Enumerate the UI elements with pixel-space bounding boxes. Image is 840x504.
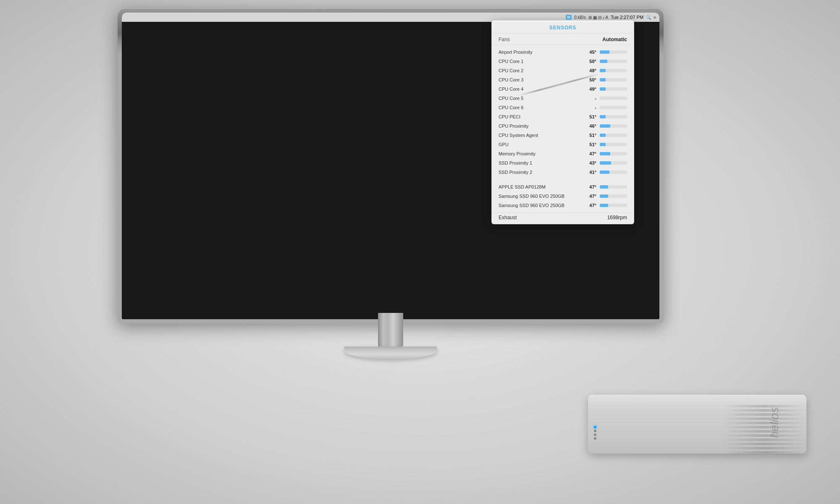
sensor-name: CPU Core 5 bbox=[499, 96, 580, 101]
fans-label: Fans bbox=[499, 37, 510, 42]
menubar-menu-icon[interactable]: ≡ bbox=[654, 15, 656, 20]
sensor-bar-container bbox=[600, 87, 627, 91]
drive-row: Samsung SSD 960 EVO 250GB47° bbox=[492, 201, 634, 210]
sensor-bar-container bbox=[600, 106, 627, 109]
sensor-bar-fill bbox=[600, 143, 606, 146]
sensor-bar-container bbox=[600, 50, 627, 54]
sensor-bar-fill bbox=[600, 115, 606, 118]
menubar-time: Tue 2:27:07 PM bbox=[611, 15, 643, 20]
sensor-temp: 43° bbox=[580, 160, 596, 165]
device-front-panel bbox=[592, 405, 613, 460]
sensor-bar-fill bbox=[600, 50, 609, 54]
imac-stand-neck bbox=[378, 313, 403, 346]
sensor-row: SSD Proximity 143° bbox=[492, 158, 634, 168]
sensor-bar-fill bbox=[600, 87, 606, 91]
sensor-row: CPU Proximity46° bbox=[492, 121, 634, 131]
sensor-temp: 49° bbox=[580, 87, 596, 92]
sensor-temp: 45° bbox=[580, 50, 596, 55]
sensor-row: SSD Proximity 241° bbox=[492, 168, 634, 177]
sensor-name: SSD Proximity 1 bbox=[499, 160, 580, 165]
sensor-row: CPU Core 150° bbox=[492, 57, 634, 66]
drive-bar-container bbox=[600, 194, 627, 198]
menubar-right: N 0 kB/s ⊞ ▦ ⊟ ♪ A Tue 2:27:07 PM 🔍 ≡ bbox=[566, 15, 656, 20]
sensor-temp: 51° bbox=[580, 133, 596, 138]
drive-name: Samsung SSD 960 EVO 250GB bbox=[499, 203, 580, 208]
imac-screen-bezel: N 0 kB/s ⊞ ▦ ⊟ ♪ A Tue 2:27:07 PM 🔍 ≡ SE… bbox=[122, 13, 659, 319]
sensor-row: CPU Core 5- bbox=[492, 94, 634, 103]
sensor-bar-container bbox=[600, 115, 627, 118]
drive-bar-fill bbox=[600, 194, 608, 198]
vent-line bbox=[722, 434, 806, 437]
sensor-temp: 51° bbox=[580, 114, 596, 119]
sensor-bar-fill bbox=[600, 60, 607, 63]
device-brand-label: helios bbox=[767, 407, 781, 438]
vent-line bbox=[722, 447, 806, 449]
sensor-name: CPU System Agent bbox=[499, 133, 580, 138]
sensor-name: CPU Core 2 bbox=[499, 68, 580, 73]
sensor-bar-container bbox=[600, 97, 627, 100]
sensor-bar-fill bbox=[600, 69, 606, 72]
imac-screen-content: N 0 kB/s ⊞ ▦ ⊟ ♪ A Tue 2:27:07 PM 🔍 ≡ SE… bbox=[122, 13, 659, 319]
sensor-bar-fill bbox=[600, 152, 610, 155]
fan-exhaust-label: Exhaust bbox=[499, 215, 517, 220]
device-led-3 bbox=[594, 433, 596, 436]
sensor-name: GPU bbox=[499, 142, 580, 147]
menubar-icon-highlight[interactable]: N bbox=[566, 15, 572, 20]
menubar-search-icon[interactable]: 🔍 bbox=[646, 15, 651, 20]
drive-row: Samsung SSD 960 EVO 250GB47° bbox=[492, 192, 634, 201]
sensor-row: CPU System Agent51° bbox=[492, 131, 634, 140]
sensor-row: CPU Core 449° bbox=[492, 84, 634, 94]
fan-exhaust-rpm: 1698rpm bbox=[607, 215, 627, 220]
device-body: helios bbox=[588, 395, 806, 454]
sensor-row: GPU51° bbox=[492, 140, 634, 149]
sensor-temp: 50° bbox=[580, 59, 596, 64]
drive-temp: 47° bbox=[580, 194, 596, 199]
sensor-name: SSD Proximity 2 bbox=[499, 170, 580, 175]
sensor-temp: - bbox=[580, 105, 596, 110]
sensor-temp: 46° bbox=[580, 123, 596, 129]
sensors-section-drives: APPLE SSD AP0128M47°Samsung SSD 960 EVO … bbox=[492, 180, 634, 213]
sensor-bar-container bbox=[600, 60, 627, 63]
sensor-temp: 47° bbox=[580, 151, 596, 156]
sensor-bar-fill bbox=[600, 78, 606, 81]
vent-line bbox=[722, 438, 806, 441]
sensor-row: CPU Core 248° bbox=[492, 66, 634, 75]
device-vents bbox=[722, 403, 806, 462]
sensor-row: Airport Proximity45° bbox=[492, 47, 634, 57]
sensor-bar-fill bbox=[600, 171, 609, 174]
sensor-name: CPU PECI bbox=[499, 114, 580, 119]
sensor-bar-fill bbox=[600, 124, 610, 128]
vent-line bbox=[722, 443, 806, 445]
vent-line bbox=[722, 417, 806, 420]
sensor-name: Memory Proximity bbox=[499, 151, 580, 156]
sensor-bar-container bbox=[600, 124, 627, 128]
device-led-1 bbox=[594, 426, 596, 428]
sensors-section-main: Airport Proximity45°CPU Core 150°CPU Cor… bbox=[492, 45, 634, 180]
sensor-bar-container bbox=[600, 69, 627, 72]
sensor-bar-container bbox=[600, 161, 627, 165]
vent-line bbox=[722, 422, 806, 424]
imac-display: N 0 kB/s ⊞ ▦ ⊟ ♪ A Tue 2:27:07 PM 🔍 ≡ SE… bbox=[97, 0, 685, 420]
sensors-panel: SENSORS Fans Automatic Airport Proximity… bbox=[491, 20, 634, 224]
sensor-temp: 51° bbox=[580, 142, 596, 147]
drive-bar-fill bbox=[600, 204, 608, 207]
sensor-name: Airport Proximity bbox=[499, 50, 580, 55]
sensor-name: CPU Core 1 bbox=[499, 59, 580, 64]
sensor-bar-container bbox=[600, 134, 627, 137]
vent-line bbox=[722, 405, 806, 407]
sensor-name: CPU Core 6 bbox=[499, 105, 580, 110]
drive-bar-container bbox=[600, 204, 627, 207]
menubar-bandwidth: 0 kB/s bbox=[574, 15, 586, 20]
sensor-temp: - bbox=[580, 96, 596, 101]
vent-line bbox=[722, 409, 806, 412]
sensor-name: CPU Proximity bbox=[499, 123, 580, 129]
vent-line bbox=[722, 451, 806, 454]
sensors-panel-title: SENSORS bbox=[492, 21, 634, 34]
drive-bar-container bbox=[600, 185, 627, 189]
fans-row: Fans Automatic bbox=[492, 34, 634, 45]
drive-name: Samsung SSD 960 EVO 250GB bbox=[499, 194, 580, 199]
sensor-row: CPU PECI51° bbox=[492, 112, 634, 121]
drive-temp: 47° bbox=[580, 203, 596, 208]
fan-exhaust-row: Exhaust 1698rpm bbox=[492, 213, 634, 224]
drive-row: APPLE SSD AP0128M47° bbox=[492, 182, 634, 192]
